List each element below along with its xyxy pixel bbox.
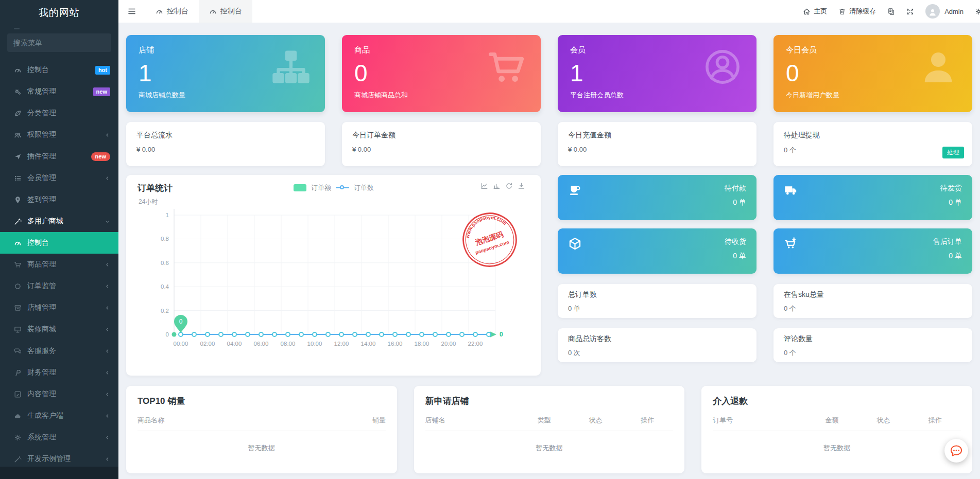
user-circle-icon — [701, 45, 744, 88]
sidebar-item-service[interactable]: 客服服务 — [0, 340, 118, 362]
chart-subtitle: 24小时 — [139, 198, 158, 206]
gauge-icon — [209, 8, 217, 15]
sidebar-menu: 控制台 hot 常规管理 new 分类管理 权限管理 插件管理 new 会员管理 — [0, 59, 118, 470]
fullscreen-button[interactable] — [906, 8, 914, 15]
sidebar-item-client[interactable]: 生成客户端 — [0, 405, 118, 427]
top10-sales-card: TOP10 销量 商品名称 销量 暂无数据 — [126, 386, 397, 473]
sidebar-item-content[interactable]: 内容管理 — [0, 383, 118, 405]
sidebar-item-signin[interactable]: 签到管理 — [0, 189, 118, 210]
sidebar-item-console[interactable]: 控制台 hot — [0, 59, 118, 81]
stat-card-shops[interactable]: 店铺 1 商城店铺总数量 — [126, 35, 325, 112]
pen-square-icon — [14, 391, 22, 398]
sidebar-item-shop[interactable]: 店铺管理 — [0, 297, 118, 318]
card-pending-payment[interactable]: 待付款 0 单 — [558, 175, 757, 220]
svg-text:0: 0 — [179, 318, 183, 325]
clear-cache-button[interactable]: 清除缓存 — [838, 7, 876, 16]
chat-fab-button[interactable] — [944, 439, 968, 463]
stat-card-today-members[interactable]: 今日会员 0 今日新增用户数量 — [773, 35, 972, 112]
topbar: 控制台 控制台 主页 清除缓存 Admin — [118, 0, 980, 23]
comments-icon — [14, 347, 22, 355]
refresh-icon[interactable] — [505, 182, 513, 190]
legend-label[interactable]: 订单数 — [354, 183, 374, 192]
table-header: 店铺名 类型 状态 操作 — [425, 416, 674, 431]
avatar — [925, 4, 940, 19]
card-pending-receive[interactable]: 待收货 0 单 — [558, 228, 757, 274]
svg-text:1: 1 — [166, 212, 169, 218]
svg-text:0: 0 — [500, 331, 503, 338]
collapse-menu-button[interactable] — [118, 0, 145, 23]
username: Admin — [944, 8, 964, 15]
pages-icon — [887, 8, 895, 15]
archive-icon — [14, 304, 22, 312]
gauge-icon — [156, 8, 163, 15]
settings-button[interactable] — [975, 8, 980, 15]
new-shop-applications-card: 新申请店铺 店铺名 类型 状态 操作 暂无数据 — [414, 386, 685, 473]
user-icon — [928, 8, 937, 17]
sidebar-item-category[interactable]: 分类管理 — [0, 102, 118, 124]
sidebar-footer-bar[interactable] — [0, 467, 118, 479]
stat-card-members[interactable]: 会员 1 平台注册会员总数 — [558, 35, 757, 112]
chevron-left-icon — [105, 392, 110, 397]
cart-icon — [14, 261, 22, 269]
sidebar-item-finance[interactable]: 财务管理 — [0, 362, 118, 383]
magic-wand-icon — [14, 455, 22, 463]
sidebar-item-system[interactable]: 系统管理 — [0, 427, 118, 448]
chart-legend: 订单额 订单数 — [294, 183, 374, 192]
docs-button[interactable] — [887, 8, 895, 15]
svg-text:0.4: 0.4 — [161, 283, 169, 290]
empty-placeholder: 暂无数据 — [137, 443, 386, 453]
chevron-down-icon — [105, 219, 110, 224]
chevron-left-icon — [105, 262, 110, 268]
home-link[interactable]: 主页 — [803, 7, 827, 16]
svg-text:20:00: 20:00 — [441, 341, 456, 347]
tab-console-2[interactable]: 控制台 — [199, 0, 252, 23]
sidebar-item-mall-console[interactable]: 控制台 — [0, 232, 118, 254]
hamburger-icon — [127, 7, 136, 16]
chevron-left-icon — [105, 348, 110, 354]
menu-search-input[interactable] — [13, 39, 107, 47]
svg-text:18:00: 18:00 — [415, 341, 429, 347]
mini-stat-cards: 总订单数 0 单 在售sku总量 0 个 商品总访客数 0 次 评论数量 0 个 — [558, 284, 972, 362]
card-today-recharge: 今日充值金额 ¥ 0.00 — [558, 122, 757, 166]
watermark-stamp: www.paopaoym.com 泡泡源码 paopaoym.com — [461, 211, 519, 269]
truck-icon — [784, 183, 798, 197]
line-chart-toggle-icon[interactable] — [480, 182, 488, 190]
user-menu[interactable]: Admin — [925, 4, 964, 19]
legend-swatch-order-amount[interactable] — [294, 184, 306, 191]
bar-chart-toggle-icon[interactable] — [493, 182, 501, 190]
middle-row: 订单统计 24小时 订单额 订单数 00.20.40.60.8100:0002:… — [126, 175, 972, 376]
paper-plane-icon — [14, 153, 22, 161]
sidebar-item-goods[interactable]: 商品管理 — [0, 254, 118, 275]
sidebar-item-multi-mall[interactable]: 多用户商城 — [0, 210, 118, 232]
svg-text:10:00: 10:00 — [307, 341, 322, 347]
svg-text:12:00: 12:00 — [334, 341, 349, 347]
svg-text:0.2: 0.2 — [161, 308, 169, 314]
main-content: 店铺 1 商城店铺总数量 商品 0 商城店铺商品总和 会员 1 平台注册会员总数… — [118, 23, 980, 479]
sidebar-divider-dash — [14, 28, 20, 29]
legend-label[interactable]: 订单额 — [311, 183, 331, 192]
svg-text:22:00: 22:00 — [468, 341, 483, 347]
new-badge: new — [93, 87, 110, 96]
sidebar-search[interactable] — [7, 33, 111, 52]
card-after-sale[interactable]: 售后订单 0 单 — [773, 228, 972, 274]
sidebar-item-permission[interactable]: 权限管理 — [0, 124, 118, 146]
download-icon[interactable] — [518, 182, 525, 190]
sidebar-item-order-monitor[interactable]: 订单监管 — [0, 275, 118, 297]
process-button[interactable]: 处理 — [942, 147, 964, 158]
card-pending-ship[interactable]: 待发货 0 单 — [773, 175, 972, 220]
stat-card-goods[interactable]: 商品 0 商城店铺商品总和 — [342, 35, 541, 112]
chevron-left-icon — [105, 175, 110, 181]
sidebar-item-plugin[interactable]: 插件管理 new — [0, 146, 118, 167]
cloud-icon — [14, 412, 22, 420]
sidebar-item-decorate[interactable]: 装修商城 — [0, 318, 118, 340]
table-header: 商品名称 销量 — [137, 416, 386, 431]
sidebar-item-general[interactable]: 常规管理 new — [0, 81, 118, 102]
svg-text:02:00: 02:00 — [200, 341, 215, 347]
sidebar-item-member[interactable]: 会员管理 — [0, 167, 118, 189]
svg-text:00:00: 00:00 — [174, 341, 188, 347]
refund-intervention-card: 介入退款 订单号 金额 状态 操作 暂无数据 — [701, 386, 972, 473]
legend-glyph-order-count[interactable] — [336, 184, 349, 191]
cart-icon — [485, 45, 528, 88]
tab-console-1[interactable]: 控制台 — [145, 0, 199, 23]
expand-icon — [906, 8, 914, 15]
